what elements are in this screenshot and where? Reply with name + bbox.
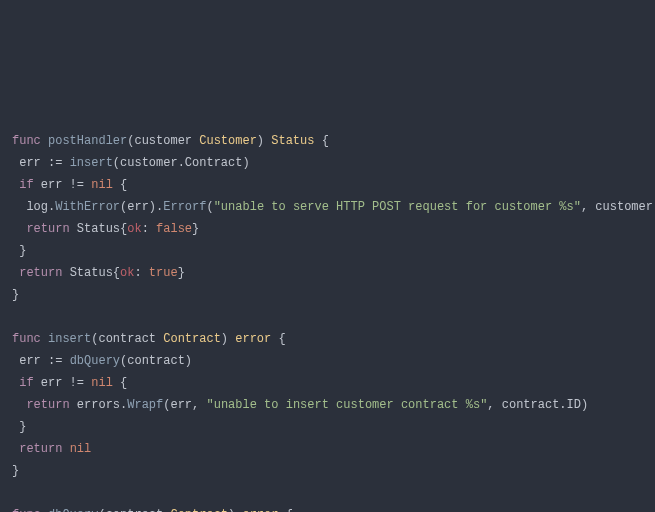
brace: } xyxy=(178,266,185,280)
op-assign: := xyxy=(41,354,70,368)
ident-contract: contract xyxy=(502,398,560,412)
call-Wrapf: Wrapf xyxy=(127,398,163,412)
brace: } xyxy=(19,420,26,434)
ident-contract: contract xyxy=(127,354,185,368)
string-httpPost: "unable to serve HTTP POST request for c… xyxy=(214,200,581,214)
paren: ) xyxy=(149,200,156,214)
call-Errorf: Errorf xyxy=(163,200,206,214)
keyword-return: return xyxy=(19,266,62,280)
type-error: error xyxy=(235,332,271,346)
literal-true: true xyxy=(149,266,178,280)
ident-err: err xyxy=(19,156,41,170)
field-ID: ID xyxy=(567,398,581,412)
call-WithError: WithError xyxy=(55,200,120,214)
brace: } xyxy=(12,464,19,478)
type-error: error xyxy=(242,508,278,512)
ident-err: err xyxy=(127,200,149,214)
keyword-func: func xyxy=(12,332,41,346)
ident-customer: customer xyxy=(120,156,178,170)
field-ok: ok xyxy=(127,222,141,236)
type-Status: Status xyxy=(70,266,113,280)
comma: , xyxy=(192,398,206,412)
brace: { xyxy=(322,134,329,148)
paren: ( xyxy=(98,508,105,512)
field-Contract: Contract xyxy=(185,156,243,170)
brace: { xyxy=(278,332,285,346)
brace: { xyxy=(286,508,293,512)
keyword-if: if xyxy=(19,376,33,390)
brace: { xyxy=(120,178,127,192)
ident-log: log xyxy=(26,200,48,214)
type-Customer: Customer xyxy=(199,134,257,148)
paren: ) xyxy=(581,398,588,412)
code-block: func postHandler(customer Customer) Stat… xyxy=(0,110,655,512)
param-contract: contract xyxy=(98,332,156,346)
param-customer: customer xyxy=(134,134,192,148)
keyword-func: func xyxy=(12,134,41,148)
literal-nil: nil xyxy=(91,376,113,390)
call-insert: insert xyxy=(70,156,113,170)
paren: ( xyxy=(206,200,213,214)
paren: ) xyxy=(221,332,228,346)
literal-nil: nil xyxy=(70,442,92,456)
ident-customer: customer xyxy=(595,200,653,214)
ident-err: err xyxy=(19,354,41,368)
colon: : xyxy=(134,266,148,280)
literal-nil: nil xyxy=(91,178,113,192)
func-insert: insert xyxy=(48,332,91,346)
brace: } xyxy=(19,244,26,258)
op-ne: != xyxy=(62,178,91,192)
paren: ( xyxy=(113,156,120,170)
op-ne: != xyxy=(62,376,91,390)
dot: . xyxy=(178,156,185,170)
type-Contract: Contract xyxy=(170,508,228,512)
keyword-return: return xyxy=(19,442,62,456)
op-assign: := xyxy=(41,156,70,170)
paren: ) xyxy=(228,508,235,512)
keyword-return: return xyxy=(26,222,69,236)
keyword-return: return xyxy=(26,398,69,412)
type-Status: Status xyxy=(77,222,120,236)
param-contract: contract xyxy=(106,508,164,512)
brace: } xyxy=(12,288,19,302)
colon: : xyxy=(142,222,156,236)
paren: ) xyxy=(242,156,249,170)
func-dbQuery: dbQuery xyxy=(48,508,98,512)
comma: , xyxy=(487,398,501,412)
ident-err: err xyxy=(41,376,63,390)
string-insert: "unable to insert customer contract %s" xyxy=(206,398,487,412)
keyword-func: func xyxy=(12,508,41,512)
field-ok: ok xyxy=(120,266,134,280)
ident-err: err xyxy=(41,178,63,192)
dot: . xyxy=(559,398,566,412)
call-dbQuery: dbQuery xyxy=(70,354,120,368)
ident-errors: errors xyxy=(77,398,120,412)
type-Status: Status xyxy=(271,134,314,148)
brace: { xyxy=(113,266,120,280)
brace: } xyxy=(192,222,199,236)
paren: ) xyxy=(257,134,264,148)
type-Contract: Contract xyxy=(163,332,221,346)
keyword-if: if xyxy=(19,178,33,192)
func-postHandler: postHandler xyxy=(48,134,127,148)
paren: ) xyxy=(185,354,192,368)
literal-false: false xyxy=(156,222,192,236)
comma: , xyxy=(581,200,595,214)
brace: { xyxy=(120,376,127,390)
ident-err: err xyxy=(170,398,192,412)
